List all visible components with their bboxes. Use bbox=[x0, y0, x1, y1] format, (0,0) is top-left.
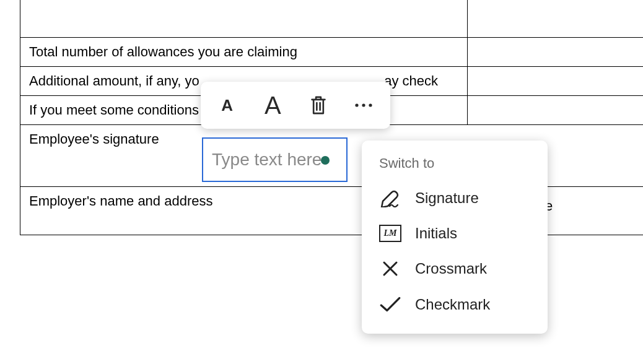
text-input-placeholder: Type text here bbox=[212, 150, 322, 170]
crossmark-icon bbox=[379, 259, 401, 278]
form-cell-note: your social security card, c bbox=[467, 0, 643, 37]
switch-menu-header: Switch to bbox=[362, 155, 548, 180]
switch-item-checkmark[interactable]: Checkmark bbox=[362, 287, 548, 323]
cursor-indicator bbox=[321, 156, 330, 165]
small-a-icon: A bbox=[221, 96, 233, 115]
svg-point-1 bbox=[362, 103, 365, 106]
increase-text-size-button[interactable]: A bbox=[253, 87, 292, 124]
switch-to-menu: Switch to Signature LM Initials Crossmar… bbox=[362, 141, 548, 334]
more-options-button[interactable] bbox=[344, 87, 383, 124]
initials-code: LM bbox=[384, 228, 397, 238]
text-annotation-toolbar: A A bbox=[201, 82, 390, 129]
signature-icon bbox=[379, 189, 401, 207]
trash-icon bbox=[308, 95, 328, 116]
switch-item-label: Signature bbox=[415, 189, 479, 207]
switch-item-label: Crossmark bbox=[415, 260, 487, 277]
decrease-text-size-button[interactable]: A bbox=[208, 87, 247, 124]
more-icon bbox=[354, 103, 373, 108]
svg-point-2 bbox=[369, 103, 372, 106]
switch-item-crossmark[interactable]: Crossmark bbox=[362, 251, 548, 287]
delete-annotation-button[interactable] bbox=[299, 87, 338, 124]
initials-icon: LM bbox=[379, 225, 401, 242]
row-allowances-value[interactable] bbox=[467, 37, 643, 66]
big-a-icon: A bbox=[265, 92, 281, 119]
svg-point-0 bbox=[356, 103, 359, 106]
switch-item-label: Checkmark bbox=[415, 296, 490, 313]
switch-item-initials[interactable]: LM Initials bbox=[362, 216, 548, 251]
additional-suffix: ay check bbox=[384, 73, 438, 89]
document-page: your social security card, c Total numbe… bbox=[0, 0, 643, 364]
row-allowances-label: Total number of allowances you are claim… bbox=[20, 37, 468, 66]
row-additional-value[interactable] bbox=[467, 66, 643, 95]
row-conditions-value[interactable] bbox=[467, 95, 643, 124]
checkmark-icon bbox=[379, 295, 401, 314]
additional-prefix: Additional amount, if any, yo bbox=[29, 73, 199, 89]
switch-item-label: Initials bbox=[415, 225, 457, 242]
form-cell-blank bbox=[20, 0, 468, 37]
switch-item-signature[interactable]: Signature bbox=[362, 180, 548, 216]
